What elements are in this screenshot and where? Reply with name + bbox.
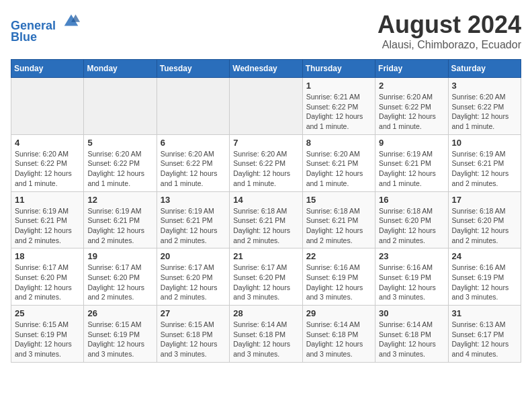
day-number: 12 — [87, 195, 152, 205]
day-info: Sunrise: 6:20 AM Sunset: 6:21 PM Dayligh… — [306, 149, 371, 189]
calendar-cell: 21Sunrise: 6:17 AM Sunset: 6:20 PM Dayli… — [230, 248, 302, 306]
week-row-3: 11Sunrise: 6:19 AM Sunset: 6:21 PM Dayli… — [11, 191, 521, 248]
calendar-cell: 31Sunrise: 6:13 AM Sunset: 6:17 PM Dayli… — [448, 306, 521, 363]
day-number: 18 — [15, 251, 80, 261]
calendar-cell: 3Sunrise: 6:20 AM Sunset: 6:22 PM Daylig… — [448, 78, 521, 135]
calendar-cell: 7Sunrise: 6:20 AM Sunset: 6:22 PM Daylig… — [230, 134, 302, 191]
day-number: 4 — [15, 138, 80, 148]
logo: General Blue — [11, 11, 81, 44]
calendar-subtitle: Alausi, Chimborazo, Ecuador — [378, 39, 521, 51]
day-number: 19 — [87, 251, 152, 261]
day-number: 27 — [161, 308, 226, 318]
calendar-cell — [230, 78, 302, 135]
weekday-header-saturday: Saturday — [448, 60, 521, 78]
calendar-cell: 15Sunrise: 6:18 AM Sunset: 6:21 PM Dayli… — [302, 191, 375, 248]
day-info: Sunrise: 6:18 AM Sunset: 6:20 PM Dayligh… — [452, 206, 517, 246]
day-info: Sunrise: 6:14 AM Sunset: 6:18 PM Dayligh… — [379, 320, 444, 359]
day-number: 10 — [452, 138, 517, 148]
calendar-cell — [84, 78, 157, 135]
day-number: 23 — [379, 251, 444, 261]
day-number: 5 — [87, 138, 152, 148]
day-info: Sunrise: 6:20 AM Sunset: 6:22 PM Dayligh… — [452, 92, 517, 132]
day-info: Sunrise: 6:21 AM Sunset: 6:22 PM Dayligh… — [306, 92, 371, 132]
week-row-1: 1Sunrise: 6:21 AM Sunset: 6:22 PM Daylig… — [11, 78, 521, 135]
day-info: Sunrise: 6:19 AM Sunset: 6:21 PM Dayligh… — [452, 149, 517, 189]
weekday-header-thursday: Thursday — [302, 60, 375, 78]
day-info: Sunrise: 6:17 AM Sunset: 6:20 PM Dayligh… — [161, 263, 226, 302]
day-number: 26 — [87, 308, 152, 318]
calendar-cell: 6Sunrise: 6:20 AM Sunset: 6:22 PM Daylig… — [157, 134, 229, 191]
day-info: Sunrise: 6:20 AM Sunset: 6:22 PM Dayligh… — [161, 149, 226, 189]
calendar-cell: 19Sunrise: 6:17 AM Sunset: 6:20 PM Dayli… — [84, 248, 157, 306]
calendar-cell: 29Sunrise: 6:14 AM Sunset: 6:18 PM Dayli… — [302, 306, 375, 363]
day-number: 14 — [233, 195, 298, 205]
day-number: 31 — [452, 308, 517, 318]
day-info: Sunrise: 6:18 AM Sunset: 6:21 PM Dayligh… — [306, 206, 371, 246]
calendar-cell: 12Sunrise: 6:19 AM Sunset: 6:21 PM Dayli… — [84, 191, 157, 248]
weekday-header-wednesday: Wednesday — [230, 60, 302, 78]
day-number: 21 — [233, 251, 298, 261]
day-number: 8 — [306, 138, 371, 148]
logo-icon — [62, 11, 81, 30]
calendar-cell: 14Sunrise: 6:18 AM Sunset: 6:21 PM Dayli… — [230, 191, 302, 248]
calendar-cell: 2Sunrise: 6:20 AM Sunset: 6:22 PM Daylig… — [375, 78, 448, 135]
day-info: Sunrise: 6:18 AM Sunset: 6:21 PM Dayligh… — [233, 206, 298, 246]
weekday-header-sunday: Sunday — [11, 60, 84, 78]
calendar-cell: 4Sunrise: 6:20 AM Sunset: 6:22 PM Daylig… — [11, 134, 84, 191]
day-info: Sunrise: 6:14 AM Sunset: 6:18 PM Dayligh… — [233, 320, 298, 359]
day-info: Sunrise: 6:18 AM Sunset: 6:20 PM Dayligh… — [379, 206, 444, 246]
week-row-2: 4Sunrise: 6:20 AM Sunset: 6:22 PM Daylig… — [11, 134, 521, 191]
day-info: Sunrise: 6:17 AM Sunset: 6:20 PM Dayligh… — [87, 263, 152, 302]
calendar-cell: 24Sunrise: 6:16 AM Sunset: 6:19 PM Dayli… — [448, 248, 521, 306]
calendar-cell — [11, 78, 84, 135]
calendar-cell: 17Sunrise: 6:18 AM Sunset: 6:20 PM Dayli… — [448, 191, 521, 248]
calendar-cell: 20Sunrise: 6:17 AM Sunset: 6:20 PM Dayli… — [157, 248, 229, 306]
day-number: 9 — [379, 138, 444, 148]
calendar-table: SundayMondayTuesdayWednesdayThursdayFrid… — [11, 59, 521, 363]
day-number: 6 — [161, 138, 226, 148]
day-info: Sunrise: 6:19 AM Sunset: 6:21 PM Dayligh… — [161, 206, 226, 246]
day-number: 7 — [233, 138, 298, 148]
calendar-cell: 9Sunrise: 6:19 AM Sunset: 6:21 PM Daylig… — [375, 134, 448, 191]
calendar-cell: 5Sunrise: 6:20 AM Sunset: 6:22 PM Daylig… — [84, 134, 157, 191]
logo-text: General — [11, 11, 81, 33]
day-info: Sunrise: 6:13 AM Sunset: 6:17 PM Dayligh… — [452, 320, 517, 359]
calendar-cell: 22Sunrise: 6:16 AM Sunset: 6:19 PM Dayli… — [302, 248, 375, 306]
day-number: 28 — [233, 308, 298, 318]
weekday-header-monday: Monday — [84, 60, 157, 78]
day-info: Sunrise: 6:17 AM Sunset: 6:20 PM Dayligh… — [15, 263, 80, 302]
calendar-cell: 8Sunrise: 6:20 AM Sunset: 6:21 PM Daylig… — [302, 134, 375, 191]
calendar-cell: 13Sunrise: 6:19 AM Sunset: 6:21 PM Dayli… — [157, 191, 229, 248]
day-number: 24 — [452, 251, 517, 261]
day-info: Sunrise: 6:15 AM Sunset: 6:19 PM Dayligh… — [87, 320, 152, 359]
calendar-cell — [157, 78, 229, 135]
day-number: 13 — [161, 195, 226, 205]
day-number: 29 — [306, 308, 371, 318]
day-info: Sunrise: 6:15 AM Sunset: 6:18 PM Dayligh… — [161, 320, 226, 359]
calendar-title: August 2024 — [378, 11, 521, 39]
day-number: 25 — [15, 308, 80, 318]
calendar-cell: 11Sunrise: 6:19 AM Sunset: 6:21 PM Dayli… — [11, 191, 84, 248]
day-number: 15 — [306, 195, 371, 205]
day-number: 16 — [379, 195, 444, 205]
day-info: Sunrise: 6:16 AM Sunset: 6:19 PM Dayligh… — [452, 263, 517, 302]
day-number: 1 — [306, 81, 371, 91]
week-row-5: 25Sunrise: 6:15 AM Sunset: 6:19 PM Dayli… — [11, 306, 521, 363]
title-area: August 2024 Alausi, Chimborazo, Ecuador — [378, 11, 521, 51]
calendar-cell: 27Sunrise: 6:15 AM Sunset: 6:18 PM Dayli… — [157, 306, 229, 363]
calendar-cell: 18Sunrise: 6:17 AM Sunset: 6:20 PM Dayli… — [11, 248, 84, 306]
day-number: 2 — [379, 81, 444, 91]
weekday-header-friday: Friday — [375, 60, 448, 78]
weekday-header-row: SundayMondayTuesdayWednesdayThursdayFrid… — [11, 60, 521, 78]
day-info: Sunrise: 6:19 AM Sunset: 6:21 PM Dayligh… — [15, 206, 80, 246]
calendar-cell: 26Sunrise: 6:15 AM Sunset: 6:19 PM Dayli… — [84, 306, 157, 363]
calendar-cell: 10Sunrise: 6:19 AM Sunset: 6:21 PM Dayli… — [448, 134, 521, 191]
day-info: Sunrise: 6:15 AM Sunset: 6:19 PM Dayligh… — [15, 320, 80, 359]
day-number: 11 — [15, 195, 80, 205]
day-info: Sunrise: 6:16 AM Sunset: 6:19 PM Dayligh… — [379, 263, 444, 302]
calendar-cell: 1Sunrise: 6:21 AM Sunset: 6:22 PM Daylig… — [302, 78, 375, 135]
calendar-cell: 23Sunrise: 6:16 AM Sunset: 6:19 PM Dayli… — [375, 248, 448, 306]
day-info: Sunrise: 6:20 AM Sunset: 6:22 PM Dayligh… — [87, 149, 152, 189]
day-info: Sunrise: 6:20 AM Sunset: 6:22 PM Dayligh… — [379, 92, 444, 132]
weekday-header-tuesday: Tuesday — [157, 60, 229, 78]
